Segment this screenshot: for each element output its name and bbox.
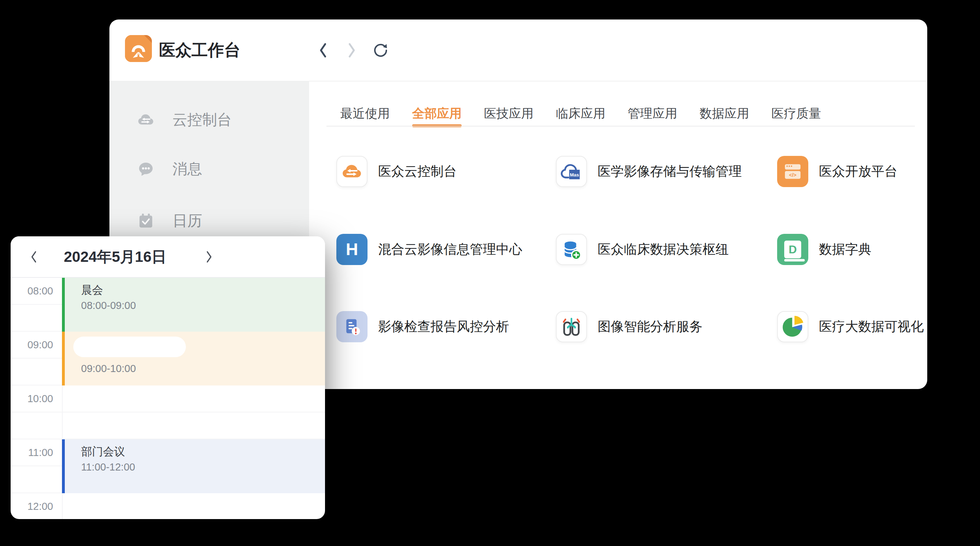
tab-medtech-apps[interactable]: 医技应用	[484, 105, 533, 122]
tabs-divider	[326, 126, 915, 126]
tab-all-apps[interactable]: 全部应用	[412, 105, 462, 122]
sidebar-item-calendar[interactable]: 日历	[136, 206, 202, 236]
calendar-header: 2024年5月16日	[11, 236, 325, 278]
window-title: 医众工作台	[159, 19, 240, 81]
calendar-next-day-button[interactable]	[198, 236, 220, 277]
redacted-event-title	[73, 337, 186, 357]
calendar-date-title: 2024年5月16日	[57, 236, 173, 277]
time-label: 08:00	[11, 278, 53, 304]
app-label: 图像智能分析服务	[598, 318, 702, 335]
app-tile-hybrid-cloud-imaging[interactable]: H 混合云影像信息管理中心	[336, 234, 522, 265]
cloud-storage-icon: Mas	[556, 156, 587, 187]
tab-recently-used[interactable]: 最近使用	[340, 105, 390, 122]
calendar-event-redacted[interactable]: 09:00-10:00	[62, 332, 325, 385]
app-tile-cloud-console[interactable]: 医众云控制台	[336, 156, 457, 187]
time-label: 09:00	[11, 332, 53, 358]
event-title: 部门会议	[81, 444, 125, 459]
app-label: 医疗大数据可视化	[819, 318, 924, 335]
event-time: 08:00-09:00	[81, 300, 136, 311]
letter-h-icon: H	[336, 234, 368, 265]
app-tile-big-data-visualization[interactable]: 医疗大数据可视化	[777, 311, 924, 342]
time-label: 11:00	[11, 439, 53, 466]
forward-button[interactable]	[342, 41, 361, 59]
app-label: 数据字典	[819, 241, 871, 258]
cloud-settings-icon	[136, 110, 156, 129]
calendar-event-morning-meeting[interactable]: 晨会 08:00-09:00	[62, 278, 325, 332]
pie-chart-icon	[777, 311, 808, 342]
calendar-day-grid: 08:00 09:00 10:00 11:00 12:00 晨会 08:00-0…	[11, 278, 325, 519]
app-label: 混合云影像信息管理中心	[378, 241, 522, 258]
app-label: 影像检查报告风控分析	[378, 318, 509, 335]
calendar-panel: 2024年5月16日 08:00 09:00 10:00 11:00 12:00	[11, 236, 325, 519]
event-time: 09:00-10:00	[81, 363, 136, 375]
app-label: 医众临床数据决策枢纽	[598, 241, 729, 258]
time-label: 12:00	[11, 493, 53, 519]
calendar-event-department-meeting[interactable]: 部门会议 11:00-12:00	[62, 439, 325, 493]
calendar-prev-day-button[interactable]	[23, 236, 45, 277]
sidebar-item-label: 消息	[172, 159, 202, 179]
svg-text:</>: </>	[789, 172, 797, 178]
app-tile-data-dictionary[interactable]: D 数据字典	[777, 234, 871, 265]
window-header: 医众工作台	[110, 19, 927, 81]
time-label: 10:00	[11, 385, 53, 412]
lungs-analysis-icon	[556, 311, 587, 342]
back-button[interactable]	[314, 41, 332, 59]
app-logo-icon	[125, 35, 152, 62]
refresh-button[interactable]	[371, 41, 390, 59]
calendar-check-icon	[136, 211, 156, 230]
sidebar-item-label: 日历	[172, 211, 202, 231]
tab-medical-quality[interactable]: 医疗质量	[772, 105, 821, 122]
time-slot: 10:00	[11, 385, 325, 412]
tab-clinical-apps[interactable]: 临床应用	[556, 105, 605, 122]
cloud-transfer-icon	[336, 156, 368, 187]
tab-management-apps[interactable]: 管理应用	[628, 105, 677, 122]
event-title: 晨会	[81, 283, 103, 298]
code-window-icon: </>	[777, 156, 808, 187]
time-slot: 12:00	[11, 493, 325, 519]
chat-bubble-icon	[136, 160, 156, 179]
sidebar-item-messages[interactable]: 消息	[136, 154, 202, 184]
report-alert-icon	[336, 311, 368, 342]
tab-data-apps[interactable]: 数据应用	[700, 105, 749, 122]
event-time: 11:00-12:00	[81, 461, 135, 473]
app-label: 医学影像存储与传输管理	[598, 163, 742, 180]
app-tile-report-risk-analysis[interactable]: 影像检查报告风控分析	[336, 311, 509, 342]
app-label: 医众云控制台	[378, 163, 457, 180]
database-plus-icon	[556, 234, 587, 265]
app-tile-clinical-data-hub[interactable]: 医众临床数据决策枢纽	[556, 234, 729, 265]
sidebar-item-cloud-console[interactable]: 云控制台	[136, 105, 232, 135]
app-tile-open-platform[interactable]: </> 医众开放平台	[777, 156, 897, 187]
sidebar-item-label: 云控制台	[172, 110, 232, 130]
dictionary-book-icon: D	[777, 234, 808, 265]
svg-text:Mas: Mas	[570, 172, 579, 177]
app-tile-image-storage[interactable]: Mas 医学影像存储与传输管理	[556, 156, 742, 187]
app-category-tabs: 最近使用 全部应用 医技应用 临床应用 管理应用 数据应用 医疗质量	[340, 105, 821, 122]
app-tile-image-ai-analysis[interactable]: 图像智能分析服务	[556, 311, 702, 342]
book-shape: D	[784, 241, 801, 258]
app-label: 医众开放平台	[819, 163, 897, 180]
time-slot	[11, 412, 325, 439]
